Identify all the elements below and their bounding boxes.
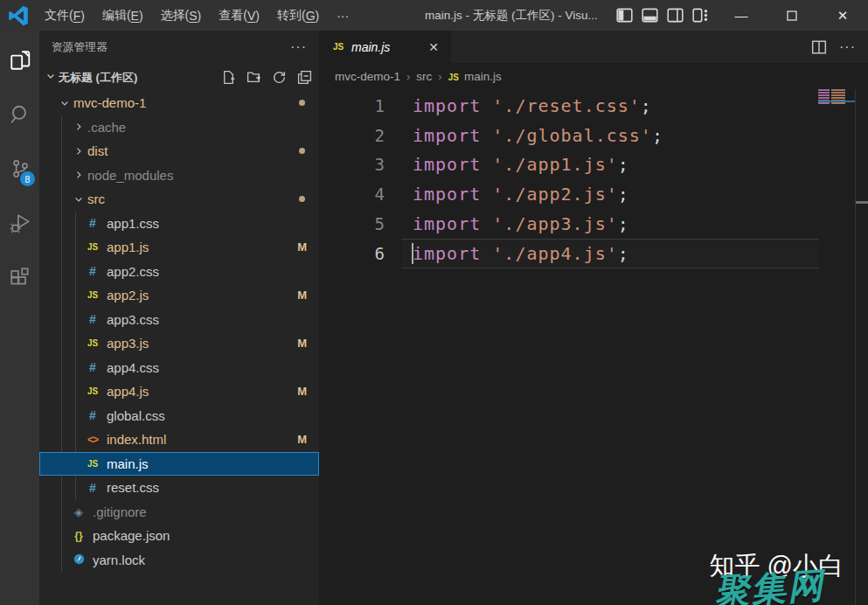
- tree-file-reset.css[interactable]: #reset.css: [39, 476, 319, 500]
- chevron-right-icon: [72, 170, 86, 180]
- git-modified-badge: M: [297, 240, 307, 254]
- tree-file-global.css[interactable]: #global.css: [39, 404, 319, 428]
- toggle-sidebar-icon[interactable]: [616, 7, 633, 24]
- breadcrumb-item-mvc-demo-1[interactable]: mvc-demo-1: [335, 70, 400, 83]
- scm-badge: 8: [20, 171, 35, 186]
- refresh-icon[interactable]: [272, 70, 287, 85]
- activity-run-debug[interactable]: [0, 200, 39, 246]
- sidebar-title: 资源管理器: [52, 40, 108, 55]
- chevron-down-icon: [43, 71, 59, 84]
- code-line-4[interactable]: 4import './app2.js';: [319, 179, 855, 209]
- menu-item[interactable]: 文件(F): [36, 0, 94, 31]
- code-line-2[interactable]: 2import './global.css';: [319, 121, 855, 150]
- html-file-icon: <>: [86, 434, 100, 446]
- yarn-file-icon: [72, 553, 86, 567]
- code-line-3[interactable]: 3import './app1.js';: [319, 150, 855, 180]
- code-editor[interactable]: 1import './reset.css';2import './global.…: [319, 89, 868, 605]
- sidebar-explorer: 资源管理器 ··· 无标题 (工作区) mvc-demo-1.cachedist…: [39, 31, 319, 605]
- git-modified-badge: M: [297, 433, 307, 446]
- tree-file-app2.js[interactable]: JSapp2.jsM: [39, 283, 319, 308]
- titlebar: 文件(F)编辑(E)选择(S)查看(V)转到(G)··· main.js - 无…: [0, 0, 868, 31]
- workspace-section-label: 无标题 (工作区): [59, 70, 137, 86]
- menu-item[interactable]: 编辑(E): [94, 0, 152, 31]
- tree-folder-mvc-demo-1[interactable]: mvc-demo-1: [39, 91, 319, 115]
- menu-item[interactable]: ···: [328, 0, 358, 31]
- tree-file-app1.css[interactable]: #app1.css: [39, 212, 319, 236]
- tree-file-index.html[interactable]: <>index.htmlM: [39, 428, 319, 452]
- activity-search[interactable]: [0, 92, 39, 137]
- toggle-panel-icon[interactable]: [642, 7, 658, 24]
- tree-item-label: dist: [87, 143, 108, 158]
- window-title: main.js - 无标题 (工作区) - Visu...: [425, 0, 598, 31]
- breadcrumb: mvc-demo-1›src›JSmain.js: [319, 63, 868, 89]
- customize-layout-icon[interactable]: [692, 7, 709, 24]
- menu-item[interactable]: 选择(S): [152, 0, 211, 31]
- code-text: import './app1.js';: [385, 154, 629, 175]
- menu-item[interactable]: 查看(V): [210, 0, 268, 31]
- menu-item[interactable]: 转到(G): [268, 0, 328, 31]
- new-folder-icon[interactable]: [247, 70, 261, 85]
- js-file-icon: JS: [448, 73, 459, 82]
- breadcrumb-item-src[interactable]: src: [416, 70, 432, 83]
- git-file-icon: ◈: [72, 505, 86, 518]
- collapse-all-icon[interactable]: [297, 70, 312, 85]
- css-file-icon: #: [86, 408, 100, 422]
- tree-file-app2.css[interactable]: #app2.css: [39, 260, 319, 284]
- tree-file-main.js[interactable]: JSmain.js: [39, 452, 319, 476]
- tab-bar: JS main.js ✕ ···: [319, 31, 868, 63]
- code-line-6[interactable]: 6import './app4.js';: [319, 239, 855, 268]
- workspace-section-header[interactable]: 无标题 (工作区): [39, 64, 319, 91]
- tree-file-yarn.lock[interactable]: yarn.lock: [39, 548, 319, 573]
- tree-file-app4.css[interactable]: #app4.css: [39, 356, 319, 380]
- chevron-down-icon: [58, 98, 72, 108]
- activity-extensions[interactable]: [0, 254, 39, 300]
- tree-file-app4.js[interactable]: JSapp4.jsM: [39, 379, 319, 404]
- split-editor-icon[interactable]: [811, 39, 827, 55]
- tree-folder-src[interactable]: src: [39, 187, 319, 212]
- editor-group: JS main.js ✕ ··· mvc-demo-1›src›JSmain.j…: [319, 31, 868, 605]
- editor-more-actions-icon[interactable]: ···: [839, 39, 856, 55]
- activity-source-control[interactable]: 8: [0, 146, 39, 191]
- explorer-toolbar: [221, 70, 312, 85]
- close-button[interactable]: ✕: [817, 0, 868, 31]
- tree-item-label: app1.js: [107, 240, 149, 254]
- tab-close-icon[interactable]: ✕: [425, 38, 442, 56]
- tree-item-label: app2.css: [107, 264, 159, 279]
- activity-explorer[interactable]: [0, 38, 39, 83]
- code-line-1[interactable]: 1import './reset.css';: [319, 91, 855, 121]
- tree-item-label: app4.css: [107, 360, 159, 375]
- editor-actions: ···: [811, 31, 868, 63]
- tree-folder-.cache[interactable]: .cache: [39, 115, 319, 140]
- code-line-5[interactable]: 5import './app3.js';: [319, 209, 855, 239]
- tree-file-.gitignore[interactable]: ◈.gitignore: [39, 500, 319, 525]
- js-file-icon: JS: [331, 42, 345, 52]
- new-file-icon[interactable]: [221, 70, 236, 85]
- window-controls: — ✕: [716, 0, 868, 31]
- tree-file-app1.js[interactable]: JSapp1.jsM: [39, 235, 319, 260]
- tab-main-js[interactable]: JS main.js ✕: [319, 31, 452, 63]
- tree-file-package.json[interactable]: {}package.json: [39, 524, 319, 548]
- minimize-button[interactable]: —: [716, 0, 767, 31]
- line-number: 1: [319, 96, 385, 115]
- git-modified-dot-icon: [299, 196, 305, 202]
- tree-item-label: app1.css: [107, 216, 159, 231]
- watermark-jujiwang: 聚集网: [712, 561, 826, 605]
- explorer-more-actions-icon[interactable]: ···: [290, 39, 307, 55]
- overview-ruler: [855, 89, 856, 605]
- js-file-icon: JS: [86, 459, 100, 469]
- tree-file-app3.js[interactable]: JSapp3.jsM: [39, 331, 319, 356]
- code-text: import './app3.js';: [385, 213, 629, 234]
- line-number: 2: [319, 126, 385, 145]
- breadcrumb-item-main.js[interactable]: JSmain.js: [448, 70, 502, 83]
- extensions-icon: [9, 266, 31, 289]
- tree-file-app3.css[interactable]: #app3.css: [39, 308, 319, 332]
- layout-controls: [616, 0, 709, 31]
- maximize-button[interactable]: [767, 0, 817, 31]
- tree-folder-dist[interactable]: dist: [39, 139, 319, 163]
- css-file-icon: #: [86, 264, 100, 278]
- git-modified-dot-icon: [299, 100, 305, 106]
- sidebar-title-row: 资源管理器 ···: [39, 31, 319, 64]
- tree-folder-node_modules[interactable]: node_modules: [39, 163, 319, 188]
- toggle-secondary-sidebar-icon[interactable]: [667, 7, 684, 24]
- chevron-right-icon: [72, 122, 86, 132]
